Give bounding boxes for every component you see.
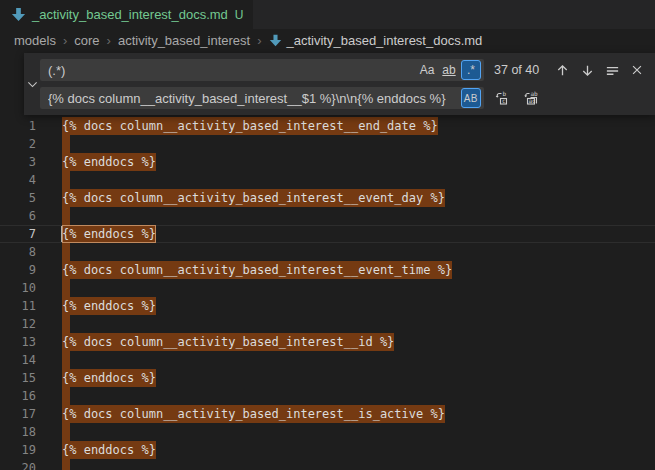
line-number[interactable]: 15	[0, 369, 36, 387]
breadcrumb-item[interactable]: models	[14, 33, 56, 48]
line-number[interactable]: 17	[0, 405, 36, 423]
line-number[interactable]: 14	[0, 351, 36, 369]
line-content[interactable]: {% docs column__activity_based_interest_…	[62, 117, 438, 135]
line-number[interactable]: 19	[0, 441, 36, 459]
line-content[interactable]: {% docs column__activity_based_interest_…	[62, 405, 445, 423]
line-number[interactable]: 7	[0, 225, 36, 243]
line-number[interactable]: 10	[0, 279, 36, 297]
line-content[interactable]	[62, 387, 70, 405]
line-content[interactable]: {% enddocs %}	[62, 441, 156, 459]
line-number[interactable]: 9	[0, 261, 36, 279]
find-match-highlight-empty	[62, 315, 70, 333]
editor-line[interactable]: 14	[0, 351, 655, 369]
selection-icon	[605, 63, 620, 78]
line-content[interactable]	[62, 459, 70, 470]
find-match-highlight: {% enddocs %}	[62, 441, 156, 459]
line-number[interactable]: 1	[0, 117, 36, 135]
editor-line[interactable]: 11{% enddocs %}	[0, 297, 655, 315]
editor-line[interactable]: 7{% enddocs %}	[0, 225, 655, 243]
replace-icon: b c	[494, 90, 510, 106]
find-match-highlight-empty	[62, 351, 70, 369]
git-status-badge: U	[235, 8, 244, 22]
line-number[interactable]: 3	[0, 153, 36, 171]
find-in-selection-button[interactable]	[601, 59, 623, 81]
replace-input[interactable]	[40, 87, 461, 109]
breadcrumb-item[interactable]: core	[74, 33, 99, 48]
editor-line[interactable]: 10	[0, 279, 655, 297]
editor-line[interactable]: 8	[0, 243, 655, 261]
line-content[interactable]: {% enddocs %}	[62, 369, 156, 387]
find-input[interactable]	[40, 59, 417, 81]
find-match-highlight: {% enddocs %}	[62, 297, 156, 315]
line-number[interactable]: 16	[0, 387, 36, 405]
line-content[interactable]	[62, 207, 70, 225]
find-match-highlight-empty	[62, 279, 70, 297]
find-match-highlight-empty	[62, 387, 70, 405]
chevron-down-icon	[27, 79, 38, 90]
whole-word-button[interactable]: ab	[439, 60, 459, 80]
find-match-highlight: {% docs column__activity_based_interest_…	[62, 261, 452, 279]
svg-text:ac: ac	[529, 97, 537, 104]
chevron-right-icon: ›	[257, 33, 261, 48]
match-case-button[interactable]: Aa	[417, 60, 437, 80]
editor-line[interactable]: 12	[0, 315, 655, 333]
line-number[interactable]: 6	[0, 207, 36, 225]
editor-line[interactable]: 15{% enddocs %}	[0, 369, 655, 387]
line-number[interactable]: 2	[0, 135, 36, 153]
line-content[interactable]	[62, 279, 70, 297]
line-content[interactable]: {% docs column__activity_based_interest_…	[62, 333, 394, 351]
editor-line[interactable]: 3{% enddocs %}	[0, 153, 655, 171]
replace-button[interactable]: b c	[491, 87, 513, 109]
line-number[interactable]: 11	[0, 297, 36, 315]
find-match-highlight: {% docs column__activity_based_interest_…	[62, 405, 445, 423]
editor-line[interactable]: 6	[0, 207, 655, 225]
active-tab[interactable]: _activity_based_interest_docs.md U	[0, 0, 253, 29]
editor-line[interactable]: 4	[0, 171, 655, 189]
editor-line[interactable]: 2	[0, 135, 655, 153]
line-content[interactable]	[62, 243, 70, 261]
line-number[interactable]: 4	[0, 171, 36, 189]
find-match-highlight-empty	[62, 423, 70, 441]
editor-line[interactable]: 9{% docs column__activity_based_interest…	[0, 261, 655, 279]
markdown-file-icon	[11, 7, 26, 22]
editor-line[interactable]: 5{% docs column__activity_based_interest…	[0, 189, 655, 207]
line-number[interactable]: 13	[0, 333, 36, 351]
breadcrumb-item[interactable]: activity_based_interest	[118, 33, 250, 48]
line-content[interactable]: {% enddocs %}	[62, 225, 156, 243]
editor-line[interactable]: 19{% enddocs %}	[0, 441, 655, 459]
line-content[interactable]: {% docs column__activity_based_interest_…	[62, 189, 445, 207]
replace-all-button[interactable]: ab ac	[520, 87, 542, 109]
next-match-button[interactable]	[576, 59, 598, 81]
line-content[interactable]: {% enddocs %}	[62, 297, 156, 315]
line-content[interactable]	[62, 423, 70, 441]
line-content[interactable]: {% docs column__activity_based_interest_…	[62, 261, 452, 279]
find-match-highlight: {% docs column__activity_based_interest_…	[62, 117, 438, 135]
line-content[interactable]	[62, 351, 70, 369]
editor-line[interactable]: 1{% docs column__activity_based_interest…	[0, 117, 655, 135]
editor-line[interactable]: 17{% docs column__activity_based_interes…	[0, 405, 655, 423]
editor-line[interactable]: 18	[0, 423, 655, 441]
breadcrumb-file[interactable]: _activity_based_interest_docs.md	[287, 33, 483, 48]
line-number[interactable]: 8	[0, 243, 36, 261]
editor-line[interactable]: 20	[0, 459, 655, 470]
line-number[interactable]: 12	[0, 315, 36, 333]
editor-line[interactable]: 13{% docs column__activity_based_interes…	[0, 333, 655, 351]
line-number[interactable]: 5	[0, 189, 36, 207]
line-content[interactable]: {% enddocs %}	[62, 153, 156, 171]
editor-line[interactable]: 16	[0, 387, 655, 405]
line-number[interactable]: 20	[0, 459, 36, 470]
tab-bar: _activity_based_interest_docs.md U	[0, 0, 655, 29]
preserve-case-button[interactable]: AB	[461, 88, 481, 108]
line-content[interactable]	[62, 315, 70, 333]
toggle-replace-button[interactable]	[24, 53, 40, 115]
chevron-right-icon: ›	[63, 33, 67, 48]
previous-match-button[interactable]	[551, 59, 573, 81]
regex-button[interactable]: .*	[461, 60, 481, 80]
close-find-button[interactable]	[626, 59, 648, 81]
find-inputbox: Aa ab .*	[40, 59, 484, 81]
line-content[interactable]	[62, 135, 70, 153]
arrow-up-icon	[555, 63, 570, 78]
line-content[interactable]	[62, 171, 70, 189]
line-number[interactable]: 18	[0, 423, 36, 441]
results-count: 37 of 40	[494, 63, 539, 77]
